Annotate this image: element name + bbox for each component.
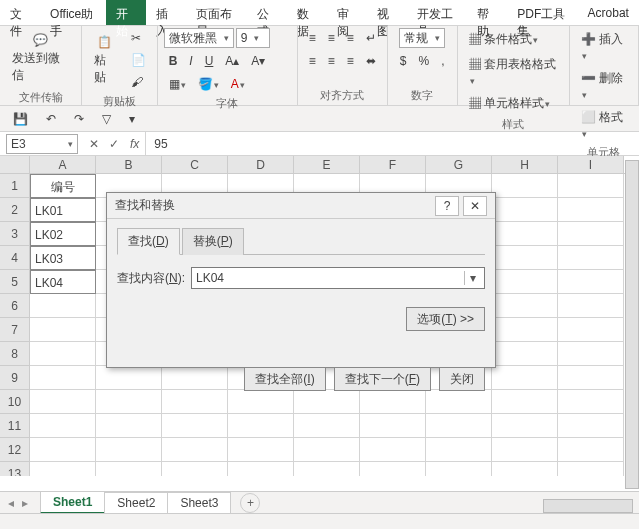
cell[interactable]: [558, 198, 624, 222]
menu-file[interactable]: 文件: [0, 0, 40, 25]
find-input[interactable]: LK04▾: [191, 267, 485, 289]
cell[interactable]: [228, 438, 294, 462]
font-shrink-button[interactable]: A▾: [246, 51, 270, 71]
name-box[interactable]: E3▾: [6, 134, 78, 154]
cell[interactable]: [558, 246, 624, 270]
cell[interactable]: [228, 462, 294, 476]
italic-button[interactable]: I: [184, 51, 197, 71]
cell[interactable]: [492, 270, 558, 294]
merge-button[interactable]: ⬌: [361, 51, 381, 71]
cell[interactable]: [492, 438, 558, 462]
insert-cells-button[interactable]: ➕ 插入▾: [576, 28, 632, 65]
fx-icon[interactable]: fx: [124, 137, 145, 151]
table-format-button[interactable]: ▦ 套用表格格式▾: [464, 53, 563, 90]
qat-undo-button[interactable]: ↶: [41, 109, 61, 129]
row-header[interactable]: 9: [0, 366, 30, 390]
align-bottom-button[interactable]: ≡: [342, 28, 359, 48]
cell[interactable]: [492, 198, 558, 222]
cell[interactable]: [558, 174, 624, 198]
cell[interactable]: [492, 222, 558, 246]
row-header[interactable]: 12: [0, 438, 30, 462]
qat-filter-button[interactable]: ▽: [97, 109, 116, 129]
select-all-corner[interactable]: [0, 156, 30, 173]
font-color-button[interactable]: A▾: [226, 74, 250, 94]
sheet-tab[interactable]: Sheet2: [104, 492, 168, 513]
menu-insert[interactable]: 插入: [146, 0, 186, 25]
comma-button[interactable]: ,: [436, 51, 449, 71]
options-button[interactable]: 选项(T) >>: [406, 307, 485, 331]
cell[interactable]: [492, 294, 558, 318]
copy-button[interactable]: 📄: [126, 50, 151, 70]
qat-save-button[interactable]: 💾: [8, 109, 33, 129]
close-button[interactable]: 关闭: [439, 367, 485, 391]
row-header[interactable]: 4: [0, 246, 30, 270]
menu-review[interactable]: 审阅: [327, 0, 367, 25]
col-header[interactable]: D: [228, 156, 294, 173]
menu-acrobat[interactable]: Acrobat: [578, 0, 639, 25]
horizontal-scrollbar[interactable]: [543, 499, 633, 513]
col-header[interactable]: A: [30, 156, 96, 173]
row-header[interactable]: 10: [0, 390, 30, 414]
cell[interactable]: [360, 438, 426, 462]
cell[interactable]: [294, 462, 360, 476]
col-header[interactable]: G: [426, 156, 492, 173]
menu-data[interactable]: 数据: [287, 0, 327, 25]
cell[interactable]: [492, 390, 558, 414]
number-format-select[interactable]: 常规▾: [399, 28, 445, 48]
sheet-tab[interactable]: Sheet3: [167, 492, 231, 513]
row-header[interactable]: 11: [0, 414, 30, 438]
currency-button[interactable]: $: [395, 51, 412, 71]
menu-developer[interactable]: 开发工具: [407, 0, 467, 25]
cell[interactable]: LK03: [30, 246, 96, 270]
add-sheet-button[interactable]: +: [240, 493, 260, 513]
cell[interactable]: [96, 462, 162, 476]
col-header[interactable]: B: [96, 156, 162, 173]
cell[interactable]: [426, 462, 492, 476]
percent-button[interactable]: %: [413, 51, 434, 71]
cell[interactable]: [30, 462, 96, 476]
row-header[interactable]: 3: [0, 222, 30, 246]
cell[interactable]: [294, 438, 360, 462]
cell[interactable]: [558, 294, 624, 318]
font-size-select[interactable]: 9▾: [236, 28, 270, 48]
cell[interactable]: [492, 342, 558, 366]
col-header[interactable]: C: [162, 156, 228, 173]
col-header[interactable]: F: [360, 156, 426, 173]
find-all-button[interactable]: 查找全部(I): [244, 367, 325, 391]
cell[interactable]: [558, 318, 624, 342]
align-middle-button[interactable]: ≡: [323, 28, 340, 48]
cell[interactable]: LK04: [30, 270, 96, 294]
cell[interactable]: LK01: [30, 198, 96, 222]
close-icon[interactable]: ✕: [463, 196, 487, 216]
bold-button[interactable]: B: [164, 51, 183, 71]
sheet-nav-next[interactable]: ▸: [22, 496, 28, 510]
conditional-format-button[interactable]: ▦ 条件格式▾: [464, 28, 543, 51]
cell[interactable]: [96, 438, 162, 462]
menu-view[interactable]: 视图: [367, 0, 407, 25]
cell[interactable]: [30, 438, 96, 462]
cell[interactable]: [492, 246, 558, 270]
cancel-edit-button[interactable]: ✕: [84, 137, 104, 151]
row-header[interactable]: 8: [0, 342, 30, 366]
send-to-wechat-button[interactable]: 💬发送到微信: [6, 28, 75, 88]
fill-color-button[interactable]: 🪣▾: [193, 74, 224, 94]
col-header[interactable]: H: [492, 156, 558, 173]
tab-replace[interactable]: 替换(P): [182, 228, 244, 255]
cell[interactable]: [30, 366, 96, 390]
sheet-nav-prev[interactable]: ◂: [8, 496, 14, 510]
cell[interactable]: [558, 390, 624, 414]
cell[interactable]: [360, 462, 426, 476]
menu-formula[interactable]: 公式: [247, 0, 287, 25]
menu-home[interactable]: 开始: [106, 0, 146, 25]
row-header[interactable]: 13: [0, 462, 30, 476]
cell[interactable]: [426, 438, 492, 462]
format-painter-button[interactable]: 🖌: [126, 72, 151, 92]
sheet-tab[interactable]: Sheet1: [40, 491, 105, 514]
cell[interactable]: [558, 270, 624, 294]
align-right-button[interactable]: ≡: [342, 51, 359, 71]
cell[interactable]: [426, 414, 492, 438]
cell[interactable]: [492, 174, 558, 198]
cell[interactable]: [294, 414, 360, 438]
confirm-edit-button[interactable]: ✓: [104, 137, 124, 151]
row-header[interactable]: 1: [0, 174, 30, 198]
